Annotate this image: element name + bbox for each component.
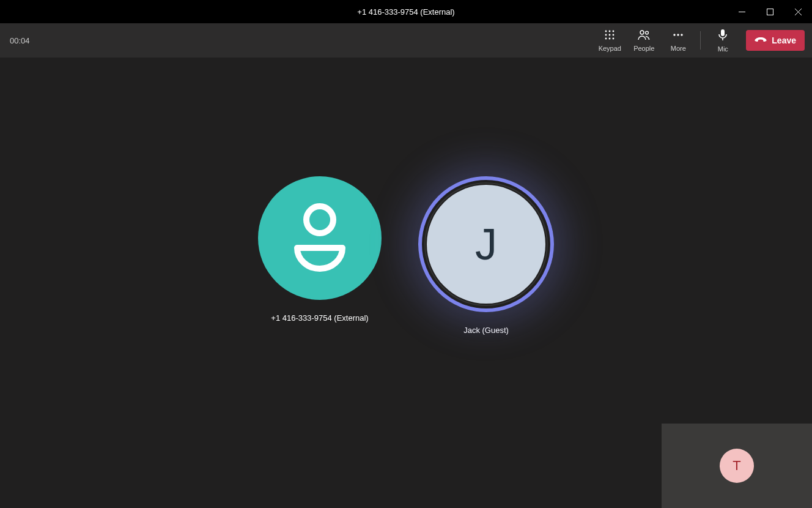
svg-point-4 — [605, 30, 607, 32]
window-title: +1 416-333-9754 (External) — [357, 7, 454, 17]
mic-label: Mic — [718, 45, 728, 53]
svg-point-13 — [640, 31, 644, 34]
svg-rect-1 — [767, 9, 773, 15]
mic-icon — [717, 29, 728, 43]
call-stage: +1 416-333-9754 (External) J Jack (Guest… — [0, 58, 812, 508]
people-icon — [638, 29, 650, 43]
participant-label: +1 416-333-9754 (External) — [271, 313, 368, 323]
participant-external[interactable]: +1 416-333-9754 (External) — [258, 176, 382, 323]
call-toolbar: 00:04 Keypad People — [0, 23, 812, 58]
close-button[interactable] — [784, 0, 812, 23]
svg-point-11 — [609, 37, 611, 39]
svg-point-14 — [646, 31, 649, 34]
avatar-inner-ring — [424, 182, 548, 306]
self-view[interactable]: T — [662, 424, 812, 508]
svg-point-8 — [609, 34, 611, 35]
titlebar: +1 416-333-9754 (External) — [0, 0, 812, 23]
svg-rect-18 — [721, 29, 725, 36]
svg-point-20 — [306, 206, 333, 233]
keypad-icon — [604, 29, 615, 43]
svg-point-9 — [613, 34, 615, 35]
leave-label: Leave — [772, 35, 796, 45]
hangup-icon — [755, 35, 767, 45]
more-icon — [673, 29, 684, 43]
toolbar-divider — [700, 31, 701, 50]
svg-point-12 — [613, 37, 615, 39]
call-timer: 00:04 — [10, 36, 30, 45]
window-controls — [728, 0, 812, 23]
avatar-external — [258, 176, 382, 300]
maximize-button[interactable] — [756, 0, 784, 23]
minimize-button[interactable] — [728, 0, 756, 23]
participants-row: +1 416-333-9754 (External) J Jack (Guest… — [258, 176, 554, 335]
svg-point-7 — [605, 34, 607, 35]
call-window: +1 416-333-9754 (External) 00:04 — [0, 0, 812, 508]
more-label: More — [671, 45, 686, 52]
self-avatar: T — [720, 449, 754, 483]
svg-point-17 — [681, 34, 683, 35]
participant-jack[interactable]: J Jack (Guest) — [418, 176, 554, 335]
participant-label: Jack (Guest) — [463, 326, 509, 335]
people-button[interactable]: People — [627, 23, 661, 58]
svg-point-10 — [605, 37, 607, 39]
self-avatar-initial: T — [733, 458, 740, 474]
keypad-button[interactable]: Keypad — [592, 23, 627, 58]
svg-point-6 — [613, 30, 615, 32]
leave-button[interactable]: Leave — [746, 30, 805, 51]
people-label: People — [633, 45, 654, 52]
keypad-label: Keypad — [599, 45, 621, 52]
svg-point-15 — [674, 34, 676, 35]
mic-button[interactable]: Mic — [706, 23, 740, 58]
person-icon — [286, 200, 353, 276]
more-button[interactable]: More — [661, 23, 695, 58]
svg-point-5 — [609, 30, 611, 32]
avatar-speaking-wrap: J — [418, 176, 554, 312]
svg-point-16 — [677, 34, 679, 35]
